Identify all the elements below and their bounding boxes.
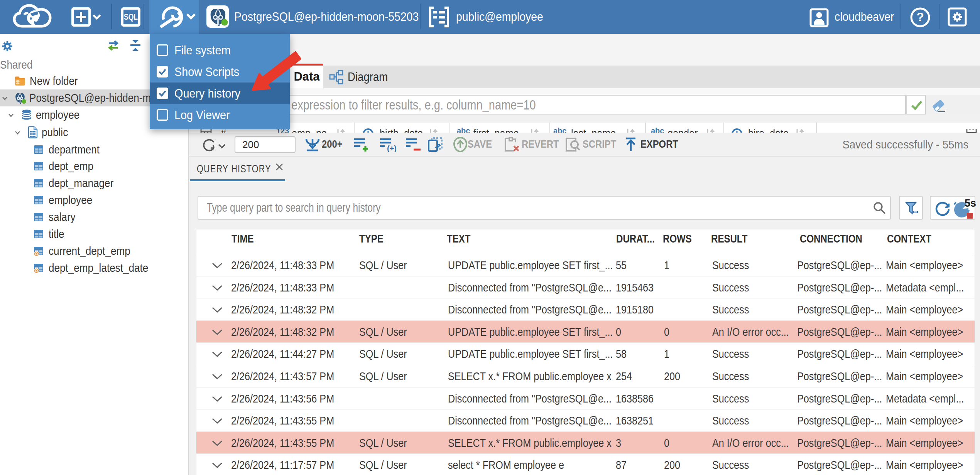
svg-text:(+): (+) (387, 144, 396, 152)
